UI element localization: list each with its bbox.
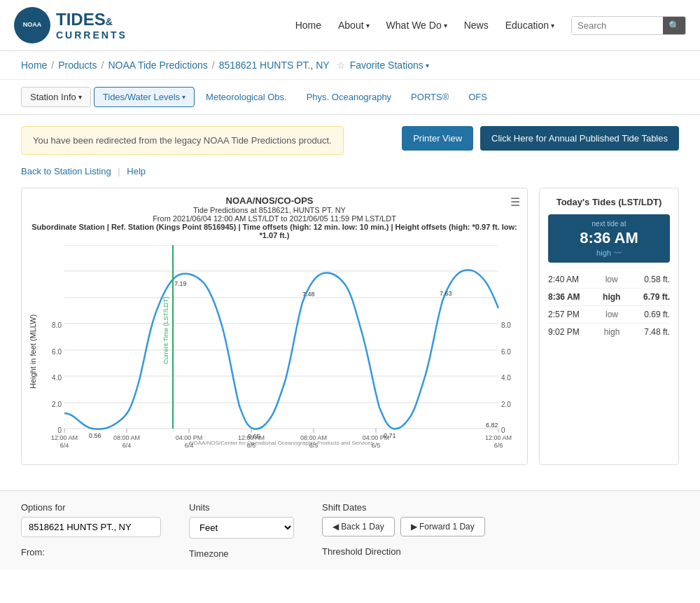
tide-type-1: low: [606, 275, 618, 284]
tab-ofs[interactable]: OFS: [460, 88, 496, 106]
logo-area: NOAA TIDES& CURRENTS: [14, 7, 127, 43]
tides-text: TIDES: [56, 10, 106, 29]
breadcrumb-home[interactable]: Home: [21, 60, 47, 71]
chart-svg-area: Height in feet (MLLW) 0 2: [29, 245, 520, 457]
breadcrumb-sep2: /: [102, 60, 104, 71]
breadcrumb-station[interactable]: 8518621 HUNTS PT., NY: [219, 60, 330, 71]
search-box: 🔍: [571, 16, 686, 35]
tide-row-1: 2:40 AM low 0.58 ft.: [548, 271, 670, 289]
tab-tides-water-levels[interactable]: Tides/Water Levels: [94, 87, 195, 107]
amp-text: &: [106, 16, 113, 27]
tide-val-2: 6.79 ft.: [643, 292, 670, 302]
printer-view-button[interactable]: Printer View: [402, 126, 473, 151]
tab-ports[interactable]: PORTS®: [402, 88, 457, 106]
option-shift: Shift Dates ◀ Back 1 Day ▶ Forward 1 Day…: [322, 502, 485, 559]
tide-row-2: 8:36 AM high 6.79 ft.: [548, 289, 670, 306]
breadcrumb-sep3: /: [212, 60, 215, 71]
svg-text:6.0: 6.0: [52, 348, 62, 356]
header: NOAA TIDES& CURRENTS Home About What We …: [0, 0, 700, 51]
svg-text:2.0: 2.0: [501, 401, 511, 408]
svg-text:0: 0: [501, 427, 505, 434]
peak-label-2: 7.48: [302, 291, 315, 298]
trough-label-1: 0.56: [89, 432, 102, 439]
svg-text:8.0: 8.0: [52, 321, 62, 329]
svg-text:08:00 AM: 08:00 AM: [113, 434, 140, 441]
svg-text:4.0: 4.0: [52, 374, 62, 382]
options-section: Options for From: Units Feet Meters Time…: [0, 490, 700, 570]
svg-text:12:00 AM: 12:00 AM: [485, 434, 512, 441]
favorite-stations[interactable]: Favorite Stations: [350, 60, 429, 71]
star-icon[interactable]: ☆: [337, 60, 346, 71]
noaa-text: NOAA: [23, 22, 42, 29]
back-to-listing-link[interactable]: Back to Station Listing: [21, 166, 111, 176]
chart-date-range: From 2021/06/04 12:00 AM LST/LDT to 2021…: [29, 214, 520, 223]
alert-row: You have been redirected from the legacy…: [21, 126, 679, 155]
tide-val-3: 0.69 ft.: [644, 310, 670, 319]
breadcrumb-products[interactable]: Products: [58, 60, 97, 71]
nav-education[interactable]: Education: [498, 14, 561, 36]
nav-about[interactable]: About: [331, 14, 377, 36]
back-1-day-button[interactable]: ◀ Back 1 Day: [322, 517, 395, 536]
svg-text:2.0: 2.0: [52, 401, 62, 408]
units-select[interactable]: Feet Meters: [189, 517, 294, 539]
options-for-label: Options for: [21, 502, 161, 513]
tide-val-4: 7.48 ft.: [644, 327, 670, 337]
noaa-logo: NOAA: [14, 7, 50, 43]
logo-title: TIDES&: [56, 10, 127, 29]
svg-text:6/6: 6/6: [494, 442, 503, 449]
forward-1-day-button[interactable]: ▶ Forward 1 Day: [400, 517, 485, 536]
option-units: Units Feet Meters Timezone: [189, 502, 294, 559]
nav-home[interactable]: Home: [288, 14, 328, 36]
svg-text:8.0: 8.0: [501, 321, 511, 329]
svg-text:6/5: 6/5: [247, 442, 256, 449]
chart-header: ☰ NOAA/NOS/CO-OPS Tide Predictions at 85…: [29, 195, 520, 240]
peak-partial: 6.82: [486, 422, 498, 429]
link-separator: |: [118, 166, 122, 176]
main-nav: Home About What We Do News Education 🔍: [288, 14, 686, 36]
svg-text:12:00 AM: 12:00 AM: [238, 434, 265, 441]
svg-text:0: 0: [57, 427, 62, 434]
breadcrumb-sep1: /: [51, 60, 54, 71]
chart-plot: 0 2.0 4.0 6.0 8.0 0 2.0 4.0 6.0 8.0: [43, 245, 520, 457]
units-label: Units: [189, 502, 294, 513]
timezone-label: Timezone: [189, 548, 294, 559]
next-tide-status: high 〰: [554, 249, 664, 257]
chart-credit: NOAA/NOS/Center for Operational Oceanogr…: [190, 440, 373, 446]
search-input[interactable]: [572, 17, 663, 34]
svg-text:12:00 AM: 12:00 AM: [51, 434, 78, 441]
svg-text:04:00 PM: 04:00 PM: [363, 434, 390, 441]
y-axis-label: Height in feet (MLLW): [29, 245, 43, 457]
search-button[interactable]: 🔍: [663, 17, 685, 34]
station-input[interactable]: [21, 517, 161, 537]
todays-tides-title: Today's Tides (LST/LDT): [548, 197, 670, 207]
chart-menu-icon[interactable]: ☰: [510, 195, 520, 209]
chart-container: ☰ NOAA/NOS/CO-OPS Tide Predictions at 85…: [21, 188, 528, 465]
svg-text:08:00 AM: 08:00 AM: [300, 434, 327, 441]
tab-bar: Station Info Tides/Water Levels Meteorol…: [0, 80, 700, 115]
links-row: Back to Station Listing | Help: [21, 166, 679, 176]
from-label: From:: [21, 547, 161, 557]
breadcrumb-noaa-tide[interactable]: NOAA Tide Predictions: [108, 60, 207, 71]
logo-text: TIDES& CURRENTS: [56, 10, 127, 41]
tide-time-4: 9:02 PM: [548, 327, 580, 337]
tab-phys-ocean[interactable]: Phys. Oceanography: [298, 88, 400, 106]
alert-message: You have been redirected from the legacy…: [33, 135, 332, 146]
nav-what-we-do[interactable]: What We Do: [379, 14, 454, 36]
svg-text:6.0: 6.0: [501, 348, 511, 356]
svg-text:6/5: 6/5: [309, 442, 318, 449]
tide-row-3: 2:57 PM low 0.69 ft.: [548, 306, 670, 324]
annual-tables-button[interactable]: Click Here for Annual Published Tide Tab…: [480, 126, 679, 151]
chart-title: Tide Predictions at 8518621, HUNTS PT. N…: [29, 206, 520, 214]
alert-box: You have been redirected from the legacy…: [21, 126, 344, 155]
tab-station-info[interactable]: Station Info: [21, 87, 91, 107]
currents-text: CURRENTS: [56, 29, 127, 41]
tide-row-4: 9:02 PM high 7.48 ft.: [548, 324, 670, 340]
shift-buttons: ◀ Back 1 Day ▶ Forward 1 Day: [322, 517, 485, 536]
nav-news[interactable]: News: [457, 14, 496, 36]
help-link[interactable]: Help: [127, 166, 146, 176]
chart-subordinate: Subordinate Station | Ref. Station (King…: [29, 223, 520, 240]
peak-label-3: 7.63: [440, 290, 452, 297]
tide-type-2: high: [603, 292, 620, 302]
tab-met-obs[interactable]: Meteorological Obs.: [197, 88, 295, 106]
side-panel: Today's Tides (LST/LDT) next tide at 8:3…: [539, 188, 679, 465]
